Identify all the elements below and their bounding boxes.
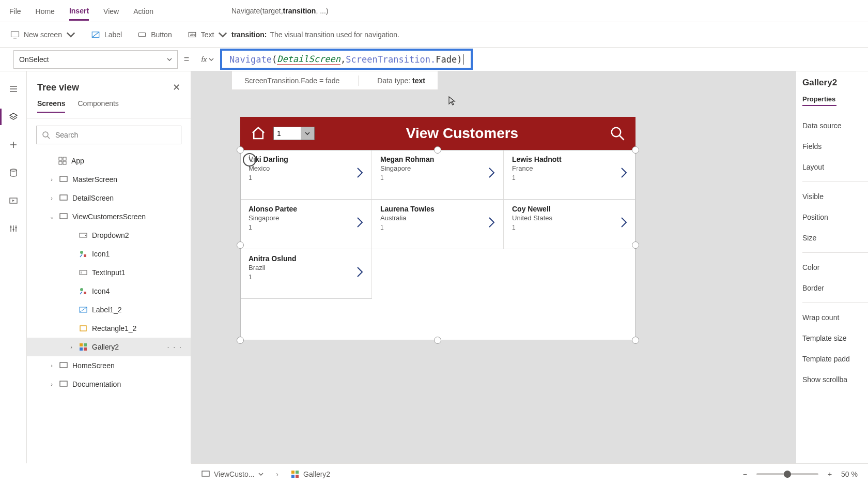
tree-tab-screens[interactable]: Screens [37,99,65,113]
tab-home[interactable]: Home [36,2,55,20]
resize-handle[interactable] [237,241,244,249]
gallery-item[interactable]: Lewis Hadnott France 1 [504,150,636,200]
gallery-item[interactable]: Alonso Partee Singapore 1 [240,200,372,249]
chevron-down-icon[interactable] [301,127,314,140]
tree-node[interactable]: ›HomeScreen [27,356,191,375]
formula-input-wrap[interactable]: Navigate ( DetailScreen , ScreenTransiti… [220,48,868,71]
resize-handle[interactable] [632,146,639,154]
property-row[interactable]: Color [802,257,868,278]
property-row[interactable]: Template size [802,328,868,349]
property-row[interactable]: Position [802,207,868,228]
header-dropdown-input[interactable] [274,129,301,138]
breadcrumb-control[interactable]: Gallery2 [291,470,330,478]
chevron-right-icon[interactable] [356,266,364,278]
zoom-thumb[interactable] [784,471,791,478]
tab-action[interactable]: Action [133,2,153,20]
tree-search-input[interactable] [54,130,176,140]
tree-node[interactable]: Dropdown2 [27,226,191,245]
rail-media[interactable] [7,194,20,207]
formula-eval: ScreenTransition.Fade = fade [244,77,339,85]
header-dropdown[interactable] [273,127,315,140]
tab-view[interactable]: View [103,2,119,20]
rail-hamburger[interactable] [7,83,20,95]
tree-node[interactable]: ›Documentation [27,375,191,394]
tree-node[interactable]: ›MasterScreen [27,170,191,189]
sig-current-param: transition [283,7,316,15]
resize-handle[interactable] [632,241,639,249]
zoom-slider[interactable] [756,473,818,475]
fx-icon: fx [202,55,207,64]
canvas[interactable]: View Customers Viki Darling Mexico 1 Meg… [191,71,796,463]
ribbon-label: Text [201,31,214,39]
tree-list: App ›MasterScreen›DetailScreen⌄ViewCusto… [27,152,191,463]
zoom-in[interactable]: + [828,470,832,478]
button-button[interactable]: Button [137,30,172,39]
fx-button[interactable]: fx [195,55,220,64]
more-icon[interactable]: · · · [167,343,182,351]
customer-name: Anitra Oslund [249,254,363,263]
resize-handle[interactable] [237,146,244,154]
tree-node[interactable]: Icon4 [27,282,191,300]
chevron-right-icon[interactable] [356,167,364,179]
home-icon[interactable] [251,126,266,141]
status-bar: ViewCusto... › Gallery2 − + 50 % [191,463,868,484]
props-tab[interactable]: Properties [802,95,868,103]
property-select[interactable]: OnSelect [13,50,178,69]
tree-node-app[interactable]: App [27,152,191,170]
property-row[interactable]: Visible [802,186,868,207]
chevron-right-icon[interactable] [620,216,628,229]
text-icon: Abc [188,30,197,39]
property-row[interactable]: Template padd [802,349,868,369]
property-row[interactable]: Fields [802,136,868,157]
tree-node[interactable]: ⌄ViewCustomersScreen [27,207,191,226]
property-row[interactable]: Border [802,278,868,298]
tree-node[interactable]: ›Gallery2· · · [27,338,191,356]
svg-line-37 [619,135,624,140]
zoom-out[interactable]: − [743,470,747,478]
rail-data[interactable] [7,167,20,179]
resize-handle[interactable] [434,146,441,154]
tab-file[interactable]: File [9,2,21,20]
new-screen-button[interactable]: New screen [10,30,75,39]
tree-node[interactable]: ›DetailScreen [27,189,191,207]
property-row[interactable]: Wrap count [802,307,868,328]
property-row[interactable]: Show scrollba [802,369,868,390]
tree-search[interactable] [36,126,181,144]
ribbon-label: Button [151,31,172,39]
datatype-value: text [412,77,425,85]
gallery-item[interactable]: Laurena Towles Australia 1 [372,200,504,249]
breadcrumb-screen[interactable]: ViewCusto... [202,470,264,478]
gallery[interactable]: Viki Darling Mexico 1 Megan Rohman Singa… [240,150,636,299]
formula-input[interactable]: Navigate ( DetailScreen , ScreenTransiti… [220,49,473,70]
resize-handle[interactable] [632,337,639,344]
tree-node[interactable]: TextInput1 [27,263,191,282]
rail-treeview[interactable] [7,111,20,123]
tree-tab-components[interactable]: Components [78,99,118,113]
search-icon[interactable] [610,126,625,141]
resize-handle[interactable] [434,337,441,344]
rail-insert[interactable] [7,139,20,151]
property-row[interactable]: Layout [802,157,868,177]
tree-node-label: Gallery2 [92,343,119,351]
property-row[interactable]: Size [802,228,868,248]
resize-handle[interactable] [237,337,244,344]
chevron-down-icon [218,30,227,39]
label-button[interactable]: Label [91,30,122,39]
text-button[interactable]: Abc Text [188,30,228,39]
rail-tools[interactable] [7,222,20,235]
chevron-right-icon[interactable] [620,167,628,179]
property-row[interactable]: Data source [802,115,868,136]
close-icon[interactable]: ✕ [173,82,180,93]
chevron-right-icon[interactable] [356,216,364,229]
chevron-right-icon[interactable] [488,167,496,179]
tree-node[interactable]: Rectangle1_2 [27,319,191,338]
gallery-item[interactable]: Anitra Oslund Brazil 1 [240,249,372,299]
gallery-item[interactable]: Viki Darling Mexico 1 [240,150,372,200]
gallery-item[interactable]: Megan Rohman Singapore 1 [372,150,504,200]
tree-node[interactable]: Label1_2 [27,300,191,319]
tab-insert[interactable]: Insert [69,2,89,21]
gallery-item[interactable]: Coy Newell United States 1 [504,200,636,249]
svg-rect-32 [80,347,83,351]
chevron-right-icon[interactable] [488,216,496,229]
tree-node[interactable]: Icon1 [27,245,191,263]
